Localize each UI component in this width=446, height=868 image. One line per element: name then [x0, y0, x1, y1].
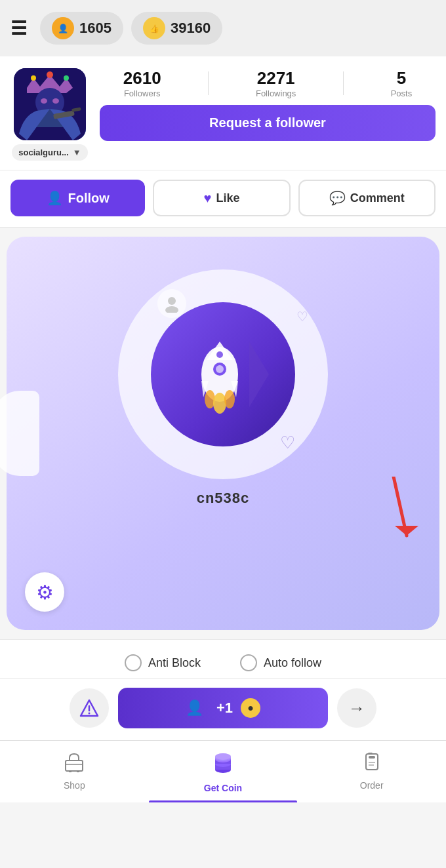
gear-button[interactable]: ⚙ [25, 572, 64, 612]
follow-label: Follow [68, 191, 110, 206]
auto-follow-option[interactable]: Auto follow [240, 654, 321, 671]
stat-divider-1 [208, 71, 209, 95]
anti-block-radio[interactable] [125, 654, 142, 671]
like-label: Like [216, 191, 239, 205]
svg-marker-28 [395, 526, 418, 536]
stats-wrap: 2610 Followers 2271 Followings 5 Posts R… [100, 68, 436, 141]
svg-rect-44 [369, 756, 375, 759]
svg-point-26 [216, 351, 223, 358]
order-icon [362, 753, 382, 777]
svg-point-11 [52, 98, 59, 104]
svg-line-27 [394, 477, 407, 536]
shop-icon [64, 753, 84, 777]
svg-point-6 [47, 71, 53, 78]
shop-label: Shop [64, 780, 85, 791]
person-icon: 👤 [186, 700, 203, 717]
float-heart-icon: ♡ [280, 433, 295, 453]
get-coin-label: Get Coin [204, 783, 242, 793]
nav-active-indicator [149, 800, 298, 802]
illustration-wrap: ♡ ♡ [118, 269, 328, 479]
plus-one-label: +1 [216, 700, 233, 717]
chevron-down-icon: ▼ [73, 148, 81, 157]
coins-value: 1605 [79, 20, 112, 37]
username-label: socialguru... [18, 148, 69, 157]
get-coin-icon [212, 753, 234, 779]
warning-button[interactable] [70, 688, 109, 728]
like-button[interactable]: ♥ Like [153, 180, 290, 216]
bottom-action-row: 👤 +1 ● → [0, 678, 446, 740]
svg-point-42 [215, 753, 231, 760]
username-row[interactable]: socialguru... ▼ [12, 144, 87, 161]
header: ☰ 👤 1605 👍 39160 [0, 0, 446, 56]
followers-stat: 2610 Followers [123, 68, 161, 98]
heart-icon: ♥ [204, 191, 212, 206]
auto-follow-label: Auto follow [264, 656, 321, 670]
svg-rect-32 [66, 760, 83, 771]
svg-point-20 [216, 365, 224, 373]
arrow-button[interactable]: → [337, 688, 376, 728]
avatar-wrap: socialguru... ▼ [10, 68, 89, 161]
gold-coin-icon: 👤 [52, 17, 74, 39]
avatar [14, 68, 86, 140]
svg-point-8 [64, 75, 69, 81]
rocket-circle [151, 302, 295, 446]
comment-button[interactable]: 💬 Comment [298, 180, 436, 216]
svg-point-31 [89, 713, 91, 715]
app-code-label: cn538c [197, 490, 250, 507]
thumb-coin-icon: 👍 [143, 17, 165, 39]
anti-block-option[interactable]: Anti Block [125, 654, 201, 671]
follow-button[interactable]: 👤 Follow [10, 180, 145, 216]
float-user-icon [157, 289, 186, 318]
svg-point-10 [41, 98, 47, 104]
action-row: 👤 Follow ♥ Like 💬 Comment [0, 170, 446, 227]
main-action-button[interactable]: 👤 +1 ● [118, 688, 328, 728]
red-arrow-annotation [367, 477, 420, 558]
thumbs-badge: 👍 39160 [131, 12, 222, 45]
svg-point-7 [31, 75, 36, 81]
svg-point-22 [213, 393, 226, 414]
thumbs-value: 39160 [171, 20, 211, 37]
followings-stat: 2271 Followings [256, 68, 296, 98]
posts-stat: 5 Posts [391, 68, 413, 98]
auto-follow-radio[interactable] [240, 654, 257, 671]
profile-section: socialguru... ▼ 2610 Followers 2271 Foll… [0, 56, 446, 170]
followings-label: Followings [256, 89, 296, 98]
follow-icon: 👤 [47, 190, 63, 206]
nav-item-order[interactable]: Order [297, 749, 446, 797]
main-card: ♡ ♡ cn538c ⚙ [7, 237, 439, 630]
float-heart2-icon: ♡ [296, 309, 308, 325]
posts-count: 5 [397, 68, 406, 89]
order-label: Order [360, 780, 384, 791]
nav-item-shop[interactable]: Shop [0, 749, 149, 797]
coins-badge: 👤 1605 [40, 12, 123, 45]
stat-divider-2 [343, 71, 344, 95]
svg-point-15 [165, 306, 178, 313]
posts-label: Posts [391, 89, 413, 98]
radio-row: Anti Block Auto follow [0, 639, 446, 678]
followings-count: 2271 [257, 68, 295, 89]
followers-count: 2610 [123, 68, 161, 89]
comment-label: Comment [350, 191, 405, 205]
svg-text:👍: 👍 [149, 24, 159, 33]
stats-row: 2610 Followers 2271 Followings 5 Posts [100, 68, 436, 98]
svg-point-14 [168, 297, 176, 305]
blob-decoration [0, 391, 39, 476]
arrow-right-icon: → [348, 698, 365, 719]
svg-text:👤: 👤 [58, 23, 69, 34]
menu-icon[interactable]: ☰ [10, 18, 27, 39]
anti-block-label: Anti Block [148, 656, 201, 670]
comment-icon: 💬 [329, 190, 346, 206]
request-follower-button[interactable]: Request a follower [100, 105, 436, 141]
followers-label: Followers [124, 89, 161, 98]
nav-item-get-coin[interactable]: Get Coin [149, 749, 298, 797]
bottom-nav: Shop Get Coin O [0, 740, 446, 802]
coin-dot: ● [241, 698, 260, 718]
svg-point-23 [224, 390, 235, 408]
svg-marker-16 [249, 342, 269, 407]
